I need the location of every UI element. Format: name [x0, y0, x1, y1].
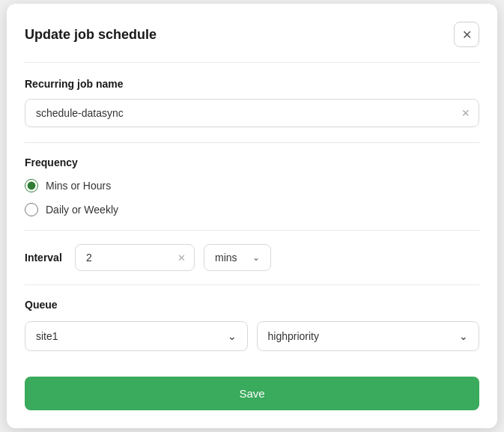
- interval-clear-icon[interactable]: ✕: [177, 252, 186, 264]
- queue-priority-value: highpriority: [268, 330, 319, 342]
- close-icon: ✕: [462, 28, 472, 42]
- interval-section: Interval ✕ mins ⌄: [7, 231, 497, 285]
- queue-priority-chevron-icon: ⌄: [459, 330, 468, 342]
- job-name-label: Recurring job name: [25, 78, 479, 90]
- interval-label: Interval: [25, 252, 66, 264]
- interval-input-wrapper: ✕: [75, 244, 195, 271]
- queue-priority-select[interactable]: highpriority ⌄: [257, 321, 480, 351]
- unit-chevron-icon: ⌄: [252, 252, 260, 263]
- frequency-option-mins-hours[interactable]: Mins or Hours: [25, 179, 479, 192]
- job-name-input[interactable]: [25, 99, 479, 127]
- interval-input[interactable]: [75, 244, 195, 271]
- close-button[interactable]: ✕: [454, 22, 479, 47]
- frequency-option-daily-weekly[interactable]: Daily or Weekly: [25, 203, 479, 216]
- job-name-section: Recurring job name ✕: [7, 63, 497, 142]
- modal-title: Update job schedule: [25, 27, 157, 43]
- update-job-schedule-modal: Update job schedule ✕ Recurring job name…: [7, 4, 497, 428]
- frequency-option-daily-weekly-label: Daily or Weekly: [46, 204, 118, 216]
- queue-row: site1 ⌄ highpriority ⌄: [25, 321, 479, 351]
- unit-select[interactable]: mins ⌄: [204, 244, 271, 271]
- queue-site-select[interactable]: site1 ⌄: [25, 321, 248, 351]
- job-name-clear-icon[interactable]: ✕: [461, 107, 470, 119]
- save-button[interactable]: Save: [25, 377, 479, 410]
- frequency-option-mins-hours-label: Mins or Hours: [46, 180, 111, 192]
- modal-header: Update job schedule ✕: [7, 4, 497, 62]
- queue-site-value: site1: [36, 330, 58, 342]
- queue-site-chevron-icon: ⌄: [228, 330, 237, 342]
- frequency-section: Frequency Mins or Hours Daily or Weekly: [7, 143, 497, 230]
- queue-label: Queue: [25, 299, 479, 311]
- frequency-label: Frequency: [25, 156, 479, 168]
- unit-select-value: mins: [215, 252, 237, 264]
- frequency-radio-daily-weekly[interactable]: [25, 203, 38, 216]
- job-name-input-wrapper: ✕: [25, 99, 479, 127]
- interval-row: Interval ✕ mins ⌄: [25, 244, 479, 271]
- queue-section: Queue site1 ⌄ highpriority ⌄: [7, 285, 497, 365]
- frequency-radio-mins-hours[interactable]: [25, 179, 38, 192]
